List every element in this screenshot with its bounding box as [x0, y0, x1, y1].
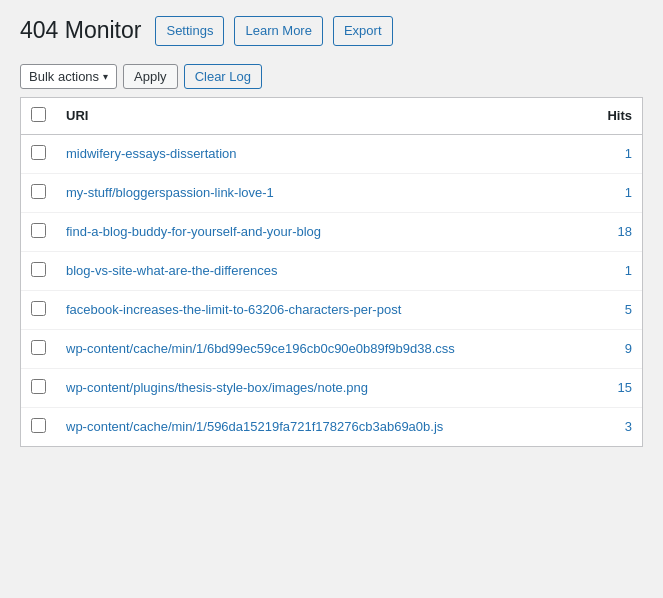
table-row: wp-content/plugins/thesis-style-box/imag…	[21, 368, 642, 407]
table-row: facebook-increases-the-limit-to-63206-ch…	[21, 290, 642, 329]
uri-cell: wp-content/plugins/thesis-style-box/imag…	[56, 368, 592, 407]
select-all-col	[21, 98, 56, 135]
uri-cell: midwifery-essays-dissertation	[56, 134, 592, 173]
table-row: wp-content/cache/min/1/596da15219fa721f1…	[21, 407, 642, 446]
row-checkbox[interactable]	[31, 262, 46, 277]
hits-cell: 1	[592, 173, 642, 212]
export-button[interactable]: Export	[333, 16, 393, 46]
table-row: find-a-blog-buddy-for-yourself-and-your-…	[21, 212, 642, 251]
row-checkbox[interactable]	[31, 301, 46, 316]
row-checkbox[interactable]	[31, 418, 46, 433]
page-header: 404 Monitor Settings Learn More Export	[20, 16, 643, 46]
uri-cell: blog-vs-site-what-are-the-differences	[56, 251, 592, 290]
row-checkbox[interactable]	[31, 145, 46, 160]
hits-cell: 1	[592, 134, 642, 173]
page-title: 404 Monitor	[20, 17, 141, 44]
table-row: blog-vs-site-what-are-the-differences1	[21, 251, 642, 290]
uri-table: URI Hits midwifery-essays-dissertation1m…	[20, 97, 643, 447]
row-checkbox[interactable]	[31, 379, 46, 394]
uri-cell: wp-content/cache/min/1/596da15219fa721f1…	[56, 407, 592, 446]
hits-cell: 18	[592, 212, 642, 251]
uri-column-header: URI	[56, 98, 592, 135]
toolbar: Bulk actions ▾ Apply Clear Log	[20, 64, 643, 89]
bulk-actions-label: Bulk actions	[29, 69, 99, 84]
select-all-checkbox[interactable]	[31, 107, 46, 122]
settings-button[interactable]: Settings	[155, 16, 224, 46]
row-checkbox[interactable]	[31, 223, 46, 238]
table-row: wp-content/cache/min/1/6bd99ec59ce196cb0…	[21, 329, 642, 368]
table-row: midwifery-essays-dissertation1	[21, 134, 642, 173]
uri-cell: wp-content/cache/min/1/6bd99ec59ce196cb0…	[56, 329, 592, 368]
hits-column-header: Hits	[592, 98, 642, 135]
table-row: my-stuff/bloggerspassion-link-love-11	[21, 173, 642, 212]
hits-cell: 5	[592, 290, 642, 329]
hits-cell: 3	[592, 407, 642, 446]
row-checkbox[interactable]	[31, 340, 46, 355]
hits-cell: 1	[592, 251, 642, 290]
row-checkbox[interactable]	[31, 184, 46, 199]
uri-cell: my-stuff/bloggerspassion-link-love-1	[56, 173, 592, 212]
chevron-down-icon: ▾	[103, 71, 108, 82]
bulk-actions-dropdown[interactable]: Bulk actions ▾	[20, 64, 117, 89]
hits-cell: 9	[592, 329, 642, 368]
apply-button[interactable]: Apply	[123, 64, 178, 89]
hits-cell: 15	[592, 368, 642, 407]
table-header-row: URI Hits	[21, 98, 642, 135]
clear-log-button[interactable]: Clear Log	[184, 64, 262, 89]
uri-cell: find-a-blog-buddy-for-yourself-and-your-…	[56, 212, 592, 251]
learn-more-button[interactable]: Learn More	[234, 16, 322, 46]
uri-cell: facebook-increases-the-limit-to-63206-ch…	[56, 290, 592, 329]
